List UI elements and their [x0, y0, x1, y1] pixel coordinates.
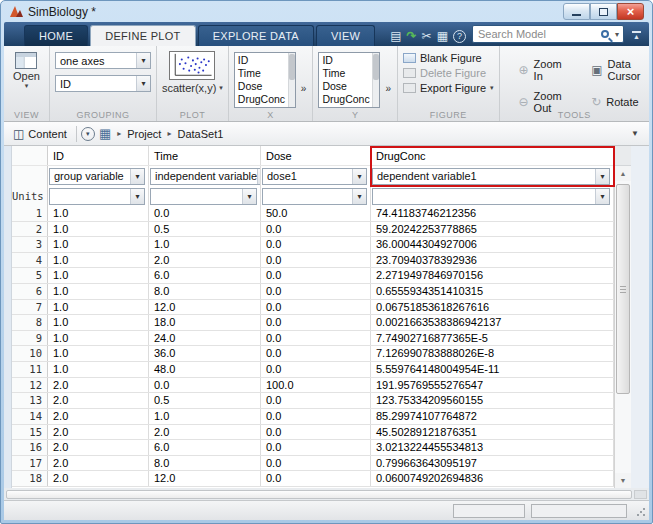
- breadcrumb-project[interactable]: Project: [127, 128, 161, 140]
- x-list-scrollbar[interactable]: [288, 53, 295, 107]
- cell-drugconc[interactable]: 36.00044304927006: [371, 237, 614, 252]
- cell-id[interactable]: 2.0: [48, 425, 149, 440]
- table-row[interactable]: 162.06.00.03.0213224455534813: [12, 440, 614, 456]
- table-row[interactable]: 91.024.00.07.74902716877365E-5: [12, 331, 614, 347]
- cell-id[interactable]: 2.0: [48, 393, 149, 408]
- cell-drugconc[interactable]: 0.799663643095197: [371, 456, 614, 471]
- cell-time[interactable]: 2.0: [149, 253, 261, 268]
- table-row[interactable]: 101.036.00.07.126990783888026E-8: [12, 346, 614, 362]
- cell-drugconc[interactable]: 59.20242253778865: [371, 222, 614, 237]
- axes-dropdown-icon[interactable]: ▾: [136, 53, 150, 68]
- cell-dose[interactable]: 0.0: [261, 253, 371, 268]
- cell-id[interactable]: 1.0: [48, 331, 149, 346]
- cell-dose[interactable]: 0.0: [261, 362, 371, 377]
- cell-drugconc[interactable]: 85.29974107764872: [371, 409, 614, 424]
- role-dropdown-id-icon[interactable]: ▾: [130, 169, 144, 184]
- y-list-item[interactable]: Dose: [322, 80, 372, 93]
- cell-time[interactable]: 18.0: [149, 315, 261, 330]
- cell-id[interactable]: 2.0: [48, 409, 149, 424]
- x-expand-button[interactable]: »: [300, 83, 308, 108]
- units-dropdown-time-icon[interactable]: ▾: [242, 189, 256, 204]
- maximize-button[interactable]: [590, 3, 617, 20]
- search-box[interactable]: Search Model ▾: [472, 25, 624, 43]
- table-row[interactable]: 142.01.00.085.29974107764872: [12, 409, 614, 425]
- scrollbar-track[interactable]: [615, 181, 631, 473]
- table-row[interactable]: 152.02.00.045.50289121876351: [12, 425, 614, 441]
- table-row[interactable]: 21.00.50.059.20242253778865: [12, 222, 614, 238]
- cell-time[interactable]: 12.0: [149, 300, 261, 315]
- scrollbar-thumb[interactable]: [616, 184, 630, 394]
- save-icon[interactable]: ▤: [390, 29, 401, 43]
- cell-id[interactable]: 2.0: [48, 440, 149, 455]
- cell-dose[interactable]: 0.0: [261, 315, 371, 330]
- units-dropdown-dose-icon[interactable]: ▾: [352, 189, 366, 204]
- table-row[interactable]: 111.048.00.05.559764148004954E-11: [12, 362, 614, 378]
- x-list-item[interactable]: Dose: [238, 80, 288, 93]
- tab-define-plot[interactable]: DEFINE PLOT: [90, 25, 195, 46]
- minimize-button[interactable]: [563, 3, 590, 20]
- breadcrumb-dataset[interactable]: DataSet1: [177, 128, 223, 140]
- table-row[interactable]: 31.01.00.036.00044304927006: [12, 237, 614, 253]
- role-dropdown-id[interactable]: group variable ▾: [49, 168, 145, 185]
- content-button[interactable]: ◫ Content: [8, 126, 72, 142]
- table-row[interactable]: 132.00.50.0123.75334209560155: [12, 393, 614, 409]
- pane-toggle-button[interactable]: ▾: [81, 127, 95, 141]
- table-row[interactable]: 182.012.00.00.0600749202694836: [12, 471, 614, 487]
- table-row[interactable]: 122.00.0100.0191.95769555276547: [12, 378, 614, 394]
- cell-time[interactable]: 2.0: [149, 425, 261, 440]
- table-row[interactable]: 11.00.050.074.41183746212356: [12, 206, 614, 222]
- blank-figure-button[interactable]: Blank Figure: [403, 52, 494, 64]
- y-expand-button[interactable]: »: [384, 83, 392, 108]
- cell-dose[interactable]: 0.0: [261, 222, 371, 237]
- y-list-item[interactable]: ID: [322, 54, 372, 67]
- cell-time[interactable]: 0.0: [149, 206, 261, 221]
- cell-id[interactable]: 1.0: [48, 268, 149, 283]
- undo-icon[interactable]: ↷: [407, 29, 417, 43]
- cell-time[interactable]: 8.0: [149, 456, 261, 471]
- cell-drugconc[interactable]: 191.95769555276547: [371, 378, 614, 393]
- cell-time[interactable]: 0.5: [149, 222, 261, 237]
- close-button[interactable]: ×: [617, 3, 644, 20]
- cell-drugconc[interactable]: 3.0213224455534813: [371, 440, 614, 455]
- cell-time[interactable]: 6.0: [149, 440, 261, 455]
- cell-time[interactable]: 0.0: [149, 378, 261, 393]
- cell-drugconc[interactable]: 0.0600749202694836: [371, 471, 614, 486]
- cell-dose[interactable]: 0.0: [261, 331, 371, 346]
- cell-id[interactable]: 1.0: [48, 315, 149, 330]
- cell-drugconc[interactable]: 7.74902716877365E-5: [371, 331, 614, 346]
- cell-dose[interactable]: 0.0: [261, 409, 371, 424]
- help-icon[interactable]: ?: [453, 30, 466, 43]
- cell-time[interactable]: 48.0: [149, 362, 261, 377]
- cell-id[interactable]: 1.0: [48, 222, 149, 237]
- role-dropdown-dose-icon[interactable]: ▾: [352, 169, 366, 184]
- role-dropdown-dose[interactable]: dose1 ▾: [262, 168, 367, 185]
- horizontal-scrollbar[interactable]: [4, 488, 649, 500]
- y-list-scrollbar[interactable]: [372, 53, 379, 107]
- column-header-time[interactable]: Time: [149, 146, 261, 165]
- cell-time[interactable]: 36.0: [149, 346, 261, 361]
- x-list-item[interactable]: Time: [238, 67, 288, 80]
- scroll-down-button[interactable]: ▼: [615, 473, 631, 488]
- table-row[interactable]: 51.06.00.02.2719497846970156: [12, 268, 614, 284]
- units-dropdown-drugconc-icon[interactable]: ▾: [595, 189, 609, 204]
- column-header-id[interactable]: ID: [48, 146, 149, 165]
- layout-icon[interactable]: ▦: [437, 29, 448, 43]
- vertical-scrollbar[interactable]: ▲ ▼: [614, 146, 631, 488]
- cell-drugconc[interactable]: 0.06751853618267616: [371, 300, 614, 315]
- breadcrumb-dropdown-icon[interactable]: ▼: [631, 129, 643, 138]
- cell-time[interactable]: 24.0: [149, 331, 261, 346]
- cell-id[interactable]: 1.0: [48, 206, 149, 221]
- table-row[interactable]: 41.02.00.023.70940378392936: [12, 253, 614, 269]
- cell-dose[interactable]: 0.0: [261, 456, 371, 471]
- cell-time[interactable]: 1.0: [149, 237, 261, 252]
- axes-dropdown[interactable]: one axes ▾: [55, 52, 151, 69]
- cell-drugconc[interactable]: 7.126990783888026E-8: [371, 346, 614, 361]
- tools-icon[interactable]: ✂: [422, 29, 432, 43]
- dataset-grid-icon[interactable]: ▦: [99, 127, 111, 140]
- cell-id[interactable]: 1.0: [48, 284, 149, 299]
- x-variable-list[interactable]: IDTimeDoseDrugConc: [234, 52, 296, 108]
- search-icon[interactable]: [601, 30, 609, 38]
- cell-dose[interactable]: 0.0: [261, 284, 371, 299]
- cell-drugconc[interactable]: 74.41183746212356: [371, 206, 614, 221]
- column-header-dose[interactable]: Dose: [261, 146, 371, 165]
